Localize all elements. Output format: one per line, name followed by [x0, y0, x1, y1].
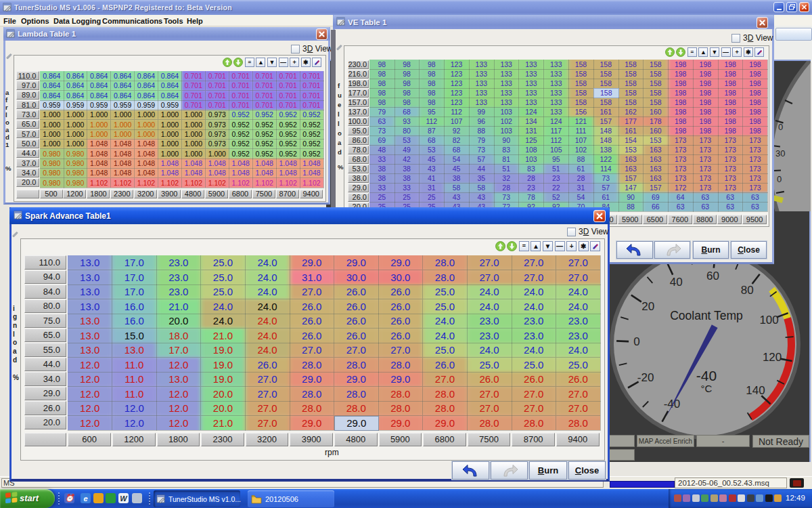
svg-text:-40: -40 [664, 398, 681, 410]
svg-text:40: 40 [670, 276, 683, 289]
svg-text:0: 0 [633, 335, 639, 348]
svg-text:120: 120 [763, 351, 782, 364]
svg-text:80: 80 [741, 284, 754, 297]
svg-text:20: 20 [641, 300, 654, 313]
svg-text:60: 60 [706, 270, 719, 282]
svg-text:Coolant Temp: Coolant Temp [670, 309, 743, 322]
svg-text:100: 100 [759, 314, 778, 326]
svg-text:-20: -20 [637, 371, 654, 384]
svg-text:°C: °C [701, 383, 713, 394]
svg-text:-40: -40 [696, 368, 717, 383]
svg-text:140: 140 [746, 384, 765, 397]
